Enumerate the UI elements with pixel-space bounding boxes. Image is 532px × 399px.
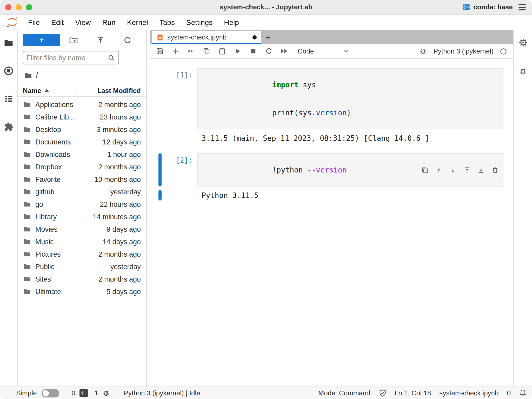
code-editor[interactable]: !python --version ↑ — [197, 153, 503, 187]
file-row[interactable]: Ultimate 5 days ago — [18, 285, 146, 298]
menu-item[interactable]: File — [22, 14, 45, 30]
file-name: Music — [35, 238, 103, 245]
folder-icon — [23, 200, 31, 208]
bug-icon — [102, 389, 110, 397]
new-folder-button[interactable] — [69, 36, 78, 44]
copy-cells-button[interactable] — [202, 47, 210, 55]
new-launcher-button[interactable]: + — [23, 34, 60, 46]
menu-item[interactable]: Kernel — [121, 14, 154, 30]
table-of-contents-tab-button[interactable] — [3, 94, 14, 104]
paste-cells-button[interactable] — [218, 47, 226, 55]
new-tab-button[interactable]: + — [261, 31, 275, 44]
debugger-tab-button[interactable] — [518, 65, 528, 76]
close-window-button[interactable] — [5, 4, 11, 10]
restart-kernel-button[interactable] — [264, 47, 273, 55]
zoom-window-button[interactable] — [26, 4, 32, 10]
save-button[interactable] — [155, 47, 164, 55]
file-row[interactable]: Music 14 days ago — [18, 235, 146, 248]
unsaved-changes-indicator[interactable] — [252, 35, 257, 39]
notifications-count[interactable]: 0 — [507, 389, 511, 397]
folder-icon — [23, 150, 31, 158]
menu-item[interactable]: Settings — [181, 14, 218, 30]
tab-system-check-ipynb[interactable]: system-check.ipynb — [152, 31, 261, 44]
file-modified: 9 days ago — [107, 225, 141, 233]
file-row[interactable]: Library 14 minutes ago — [18, 210, 146, 223]
file-browser-toolbar: + — [18, 30, 146, 47]
insert-cell-button[interactable] — [171, 47, 179, 55]
menu-item[interactable]: Help — [218, 14, 245, 30]
interrupt-kernel-button[interactable] — [249, 47, 257, 55]
code-editor[interactable]: import sys print(sys.version) — [197, 68, 503, 129]
file-name: github — [35, 188, 110, 196]
cursor-position[interactable]: Ln 1, Col 18 — [395, 389, 431, 397]
simple-mode-toggle[interactable] — [42, 389, 59, 397]
file-row[interactable]: Downloads 1 hour ago — [18, 148, 146, 161]
file-row[interactable]: Documents 12 days ago — [18, 136, 146, 148]
extension-manager-tab-button[interactable] — [3, 122, 14, 132]
delete-cell-button[interactable] — [491, 166, 499, 174]
file-row[interactable]: Calibre Lib... 23 hours ago — [18, 111, 146, 123]
duplicate-cell-button[interactable] — [421, 166, 429, 174]
minimize-window-button[interactable] — [16, 4, 22, 10]
file-row[interactable]: Desktop 3 minutes ago — [18, 123, 146, 136]
file-row[interactable]: Pictures 2 months ago — [18, 248, 146, 260]
file-modified: 23 hours ago — [100, 113, 141, 121]
run-icon — [234, 47, 241, 55]
run-cell-button[interactable] — [233, 47, 242, 55]
menu-item[interactable]: Run — [97, 14, 121, 30]
running-kernels-tab-button[interactable] — [3, 65, 14, 76]
cell-type-dropdown[interactable]: Code — [298, 47, 350, 55]
file-row[interactable]: Dropbox 2 months ago — [18, 161, 146, 173]
file-modified: 12 days ago — [103, 138, 141, 146]
insert-cell-below-button[interactable] — [477, 166, 485, 174]
menu-item[interactable]: Edit — [45, 14, 69, 30]
kernel-idle-indicator-icon — [500, 48, 507, 55]
folder-icon — [23, 100, 31, 109]
code-line: import sys — [202, 71, 499, 99]
breadcrumb: / — [18, 64, 146, 85]
terminals-count: 0 — [72, 389, 75, 397]
sort-by-modified-header[interactable]: Last Modified — [77, 85, 146, 96]
menu-item[interactable]: Tabs — [154, 14, 181, 30]
file-row[interactable]: Applications 2 months ago — [18, 98, 146, 111]
home-folder-icon[interactable] — [24, 71, 32, 79]
file-row[interactable]: Favorite 10 months ago — [18, 173, 146, 185]
hamburger-menu-icon[interactable] — [517, 3, 527, 11]
property-inspector-tab-button[interactable] — [518, 37, 528, 48]
refresh-files-button[interactable] — [123, 36, 132, 44]
file-modified: yesterday — [110, 263, 141, 270]
insert-cell-above-button[interactable] — [463, 166, 471, 174]
tab-bar: system-check.ipynb + — [150, 30, 513, 44]
menu-item[interactable]: View — [69, 14, 96, 30]
kernel-status[interactable]: Python 3 (ipykernel) | Idle — [124, 389, 200, 397]
kernel-name[interactable]: Python 3 (ipykernel) — [434, 47, 494, 55]
arrow-down-icon: ↓ — [451, 165, 455, 175]
traffic-lights — [0, 4, 32, 10]
menu-items: FileEditViewRunKernelTabsSettingsHelp — [22, 14, 245, 30]
file-row[interactable]: Movies 9 days ago — [18, 223, 146, 235]
file-row[interactable]: github yesterday — [18, 185, 146, 198]
breadcrumb-root[interactable]: / — [36, 71, 38, 79]
kernels-indicator[interactable] — [102, 389, 110, 397]
upload-button[interactable] — [96, 36, 105, 44]
debugger-toggle-button[interactable] — [419, 47, 427, 55]
move-cell-up-button[interactable]: ↑ — [435, 166, 443, 174]
cell-type-value: Code — [298, 47, 343, 55]
restart-run-all-button[interactable] — [280, 47, 288, 55]
file-filter-input[interactable] — [26, 54, 108, 62]
folder-icon — [23, 163, 31, 171]
kernels-count: 1 — [95, 389, 98, 397]
move-cell-down-button[interactable]: ↓ — [449, 166, 457, 174]
terminals-indicator[interactable]: $_ — [79, 389, 88, 397]
menubar: FileEditViewRunKernelTabsSettingsHelp — [0, 15, 532, 30]
bell-icon[interactable] — [519, 389, 527, 397]
file-row[interactable]: Sites 2 months ago — [18, 273, 146, 285]
file-row[interactable]: go 22 hours ago — [18, 198, 146, 210]
upload-icon — [96, 36, 105, 44]
file-browser-tab-button[interactable] — [3, 37, 14, 48]
file-row[interactable]: Public yesterday — [18, 260, 146, 273]
file-modified: 2 months ago — [98, 101, 141, 108]
panel-splitter[interactable] — [147, 30, 150, 387]
sort-by-name-header[interactable]: Name — [18, 85, 77, 96]
cut-cells-button[interactable]: ✂ — [187, 47, 195, 55]
